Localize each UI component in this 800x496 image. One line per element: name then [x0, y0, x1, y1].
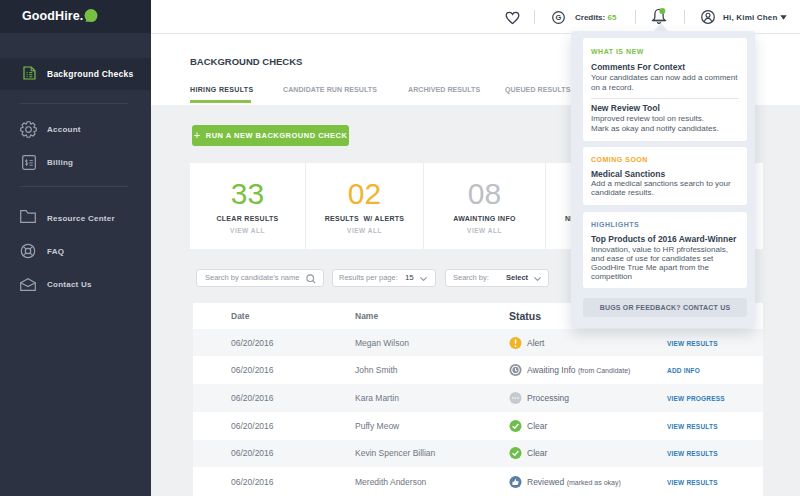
svg-text:G: G — [556, 13, 562, 22]
